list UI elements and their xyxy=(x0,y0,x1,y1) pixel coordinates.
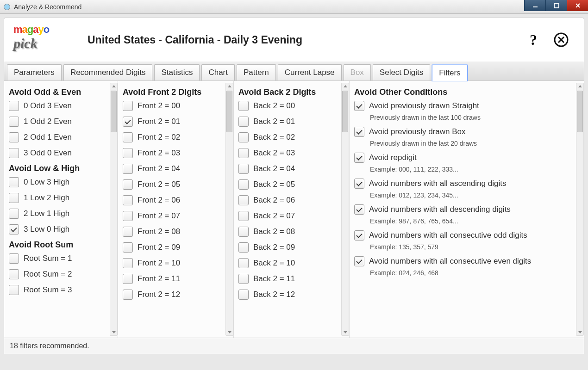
checkbox[interactable] xyxy=(123,148,133,158)
filter-checkbox-row[interactable]: Front 2 = 11 xyxy=(123,274,231,284)
filter-checkbox-row[interactable]: Root Sum = 2 xyxy=(9,269,116,279)
tab-pattern[interactable]: Pattern xyxy=(237,64,276,80)
filter-checkbox-row[interactable]: Front 2 = 03 xyxy=(123,148,231,158)
filter-checkbox-row[interactable]: Avoid numbers with all ascending digits xyxy=(354,179,582,189)
checkbox[interactable] xyxy=(238,290,249,300)
filter-checkbox-row[interactable]: Avoid numbers with all consecutive odd d… xyxy=(354,230,582,240)
filter-checkbox-row[interactable]: Front 2 = 05 xyxy=(123,179,231,190)
filter-checkbox-row[interactable]: Back 2 = 04 xyxy=(238,164,347,174)
checkbox[interactable] xyxy=(9,209,19,219)
tab-current-lapse[interactable]: Current Lapse xyxy=(278,64,342,80)
filter-checkbox-row[interactable]: Back 2 = 00 xyxy=(238,101,347,111)
filter-checkbox-row[interactable]: Avoid numbers with all consecutive even … xyxy=(354,256,582,266)
filter-checkbox-row[interactable]: 3 Odd 0 Even xyxy=(9,148,116,158)
filter-checkbox-row[interactable]: 3 Low 0 High xyxy=(9,224,116,234)
checkbox[interactable] xyxy=(238,242,249,253)
filter-checkbox-row[interactable]: Back 2 = 01 xyxy=(238,117,347,127)
filter-checkbox-row[interactable]: Back 2 = 10 xyxy=(238,258,347,268)
checkbox[interactable] xyxy=(9,253,19,264)
filter-checkbox-row[interactable]: Back 2 = 02 xyxy=(238,132,347,142)
filter-checkbox-row[interactable]: Root Sum = 3 xyxy=(9,285,116,295)
checkbox[interactable] xyxy=(9,117,19,127)
checkbox[interactable] xyxy=(238,211,249,221)
filter-checkbox-row[interactable]: Back 2 = 06 xyxy=(238,195,347,205)
filter-checkbox-row[interactable]: Back 2 = 09 xyxy=(238,242,347,253)
checkbox[interactable] xyxy=(9,285,19,295)
checkbox[interactable] xyxy=(123,227,133,237)
filter-checkbox-row[interactable]: Back 2 = 11 xyxy=(238,274,347,284)
filter-checkbox-row[interactable]: Front 2 = 09 xyxy=(123,242,231,253)
checkbox[interactable] xyxy=(123,117,133,127)
checkbox[interactable] xyxy=(238,227,249,237)
checkbox[interactable] xyxy=(354,153,364,163)
tab-recommended-digits[interactable]: Recommended Digits xyxy=(63,64,153,80)
filter-checkbox-row[interactable]: Back 2 = 12 xyxy=(238,290,347,300)
filter-checkbox-row[interactable]: 0 Low 3 High xyxy=(9,177,116,187)
filter-checkbox-row[interactable]: 0 Odd 3 Even xyxy=(9,101,116,111)
checkbox[interactable] xyxy=(123,179,133,190)
checkbox[interactable] xyxy=(238,179,249,190)
checkbox[interactable] xyxy=(354,256,364,266)
filter-checkbox-row[interactable]: Back 2 = 08 xyxy=(238,227,347,237)
checkbox[interactable] xyxy=(354,127,364,137)
checkbox[interactable] xyxy=(123,274,133,284)
checkbox[interactable] xyxy=(123,242,133,253)
checkbox[interactable] xyxy=(354,230,364,240)
filter-checkbox-row[interactable]: Root Sum = 1 xyxy=(9,253,116,264)
checkbox[interactable] xyxy=(354,204,364,215)
filter-checkbox-row[interactable]: Back 2 = 05 xyxy=(238,179,347,190)
tab-parameters[interactable]: Parameters xyxy=(7,64,62,80)
minimize-button[interactable] xyxy=(524,0,545,11)
checkbox[interactable] xyxy=(238,164,249,174)
help-icon[interactable]: ? xyxy=(525,31,542,49)
filter-checkbox-row[interactable]: Avoid previously drawn Straight xyxy=(354,101,582,111)
tab-select-digits[interactable]: Select Digits xyxy=(373,64,430,80)
checkbox[interactable] xyxy=(238,132,249,142)
checkbox[interactable] xyxy=(9,148,19,158)
filter-checkbox-row[interactable]: Front 2 = 12 xyxy=(123,290,231,300)
tab-statistics[interactable]: Statistics xyxy=(154,64,200,80)
scrollbar[interactable] xyxy=(341,83,349,336)
scrollbar[interactable] xyxy=(576,83,584,336)
filter-checkbox-row[interactable]: Back 2 = 03 xyxy=(238,148,347,158)
filter-checkbox-row[interactable]: 2 Odd 1 Even xyxy=(9,132,116,142)
checkbox[interactable] xyxy=(238,195,249,205)
filter-checkbox-row[interactable]: Front 2 = 08 xyxy=(123,227,231,237)
filter-checkbox-row[interactable]: Front 2 = 00 xyxy=(123,101,231,111)
checkbox[interactable] xyxy=(123,195,133,205)
checkbox[interactable] xyxy=(354,179,364,189)
checkbox[interactable] xyxy=(123,101,133,111)
checkbox[interactable] xyxy=(123,211,133,221)
checkbox[interactable] xyxy=(354,101,364,111)
filter-checkbox-row[interactable]: Avoid numbers with all descending digits xyxy=(354,204,582,215)
filter-checkbox-row[interactable]: Front 2 = 06 xyxy=(123,195,231,205)
tab-chart[interactable]: Chart xyxy=(201,64,235,80)
filter-checkbox-row[interactable]: Front 2 = 04 xyxy=(123,164,231,174)
checkbox[interactable] xyxy=(238,148,249,158)
checkbox[interactable] xyxy=(9,101,19,111)
filter-checkbox-row[interactable]: Avoid repdigit xyxy=(354,153,582,163)
filter-checkbox-row[interactable]: 1 Odd 2 Even xyxy=(9,117,116,127)
checkbox[interactable] xyxy=(123,258,133,268)
checkbox[interactable] xyxy=(123,132,133,142)
maximize-button[interactable] xyxy=(545,0,567,11)
scrollbar[interactable] xyxy=(225,83,233,336)
filter-checkbox-row[interactable]: Back 2 = 07 xyxy=(238,211,347,221)
checkbox[interactable] xyxy=(9,132,19,142)
filter-checkbox-row[interactable]: Front 2 = 07 xyxy=(123,211,231,221)
filter-checkbox-row[interactable]: Front 2 = 10 xyxy=(123,258,231,268)
checkbox[interactable] xyxy=(9,177,19,187)
filter-checkbox-row[interactable]: 1 Low 2 High xyxy=(9,193,116,203)
filter-checkbox-row[interactable]: Front 2 = 01 xyxy=(123,117,231,127)
close-icon[interactable] xyxy=(552,31,570,49)
checkbox[interactable] xyxy=(238,117,249,127)
close-button[interactable] xyxy=(567,0,588,11)
filter-checkbox-row[interactable]: Front 2 = 02 xyxy=(123,132,231,142)
checkbox[interactable] xyxy=(123,290,133,300)
checkbox[interactable] xyxy=(9,269,19,279)
tab-filters[interactable]: Filters xyxy=(432,65,467,81)
scrollbar[interactable] xyxy=(110,83,118,336)
checkbox[interactable] xyxy=(238,274,249,284)
checkbox[interactable] xyxy=(9,193,19,203)
checkbox[interactable] xyxy=(9,224,19,234)
